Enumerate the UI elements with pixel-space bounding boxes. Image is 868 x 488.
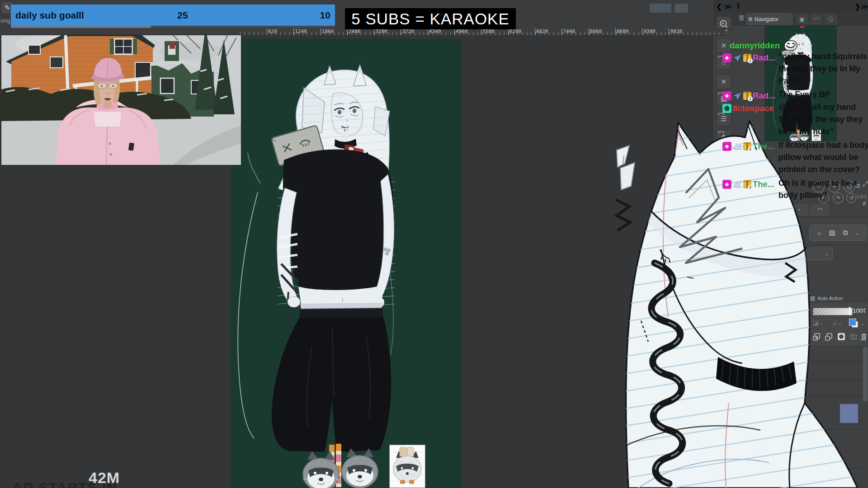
pentagon-badge-icon [722, 104, 731, 113]
goal-progress-fill [11, 26, 151, 28]
character-artwork [231, 39, 461, 488]
chat-username: Rad... [753, 89, 775, 102]
paper-plane-badge-icon [733, 53, 742, 62]
ruler-label: 8060 [589, 28, 615, 35]
ruler-label: 4960 [454, 28, 481, 35]
gift-badge-icon: 1 [743, 92, 751, 100]
sub-goal-bar: daily sub goalll 25 10 [11, 5, 335, 26]
drawing-canvas[interactable] [231, 39, 461, 488]
chat-username: dannyridden [730, 39, 780, 52]
chat-username: Rad... [753, 52, 775, 64]
ruler-label: 8680 [615, 28, 642, 35]
ruler-label: 4340 [428, 28, 454, 35]
karaoke-banner: 5 SUBS = KARAOKE [345, 8, 516, 29]
sub-badge-icon: ◆ [722, 180, 731, 189]
collapse-left-icon[interactable]: ❮ [716, 2, 722, 11]
paper-plane-badge-icon [733, 91, 742, 100]
tool-name-partial: ong [0, 17, 10, 24]
ruler-label: 3100 [374, 28, 401, 35]
ruler-labels: 6201240186024803100372043404960558062006… [267, 28, 696, 35]
goal-progress-track [11, 26, 335, 28]
chat-overlay: dannyridden ◆ 1 Rad... "call my hand Squ… [722, 0, 868, 208]
ruler-label: 5580 [481, 28, 508, 35]
ruler-label: 1240 [293, 28, 320, 35]
chat-username: 8ctospace [733, 102, 774, 114]
goal-remaining: 10 [320, 10, 330, 21]
ruler-label: 9300 [642, 28, 669, 35]
ad-notice: AD STARTS IN [13, 480, 118, 488]
goal-label: daily sub goalll [15, 10, 84, 21]
chat-message: ◆ 2 The... If 8ctospace had a body pillo… [722, 139, 868, 176]
raccoon-reference-image [390, 445, 425, 488]
trollface-emote [783, 39, 798, 52]
sub-badge-icon: ◆ [722, 91, 731, 100]
chat-message: 8ctospace @...05 "call my hand Squirrels… [722, 101, 868, 138]
ruler-label: 1860 [321, 28, 347, 35]
ruler-label: 620 [267, 28, 293, 35]
chat-message: ◆ 1 Rad... The Every BP [722, 89, 868, 101]
gift-badge-icon: 1 [743, 54, 751, 62]
ruler-label: 3720 [401, 28, 427, 35]
crane-badge-icon [733, 180, 742, 189]
chat-username: The... [753, 140, 774, 152]
chat-message: ◆ 1 Rad... "call my hand Squirrels the w… [722, 51, 868, 87]
chat-message: ◆ 2 The... Oh is it going to be a body p… [722, 177, 868, 202]
sub-badge-icon: ◆ [722, 142, 731, 151]
webcam-video [1, 35, 241, 165]
chat-username: The... [753, 178, 774, 190]
ruler-label: 6820 [535, 28, 561, 35]
goal-current: 25 [160, 10, 205, 21]
gift-badge-icon: 2 [743, 142, 751, 150]
ruler-label: 2480 [347, 28, 374, 35]
toolbar-ghost-button[interactable] [650, 4, 671, 13]
ruler-label: 7440 [561, 28, 588, 35]
toolbar-ghost-button[interactable] [675, 4, 688, 13]
crane-badge-icon [733, 142, 742, 151]
sub-badge-icon: ◆ [722, 53, 731, 62]
ruler-label: 9920 [669, 28, 695, 35]
gift-badge-icon: 2 [743, 180, 751, 188]
ruler-label: 6200 [508, 28, 535, 35]
